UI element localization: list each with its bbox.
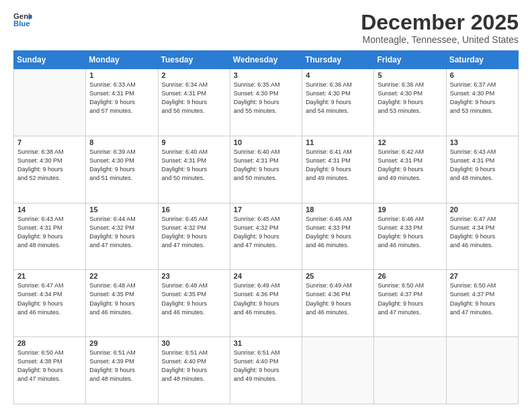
calendar-week-3: 14Sunrise: 6:43 AMSunset: 4:31 PMDayligh… <box>14 203 519 270</box>
day-number: 22 <box>89 272 154 280</box>
day-number: 7 <box>17 138 82 146</box>
calendar-week-4: 21Sunrise: 6:47 AMSunset: 4:34 PMDayligh… <box>14 270 519 337</box>
day-number: 9 <box>162 138 226 146</box>
day-info: Sunrise: 6:48 AMSunset: 4:35 PMDaylight:… <box>89 281 154 316</box>
day-number: 15 <box>89 205 154 214</box>
calendar-cell: 7Sunrise: 6:38 AMSunset: 4:30 PMDaylight… <box>14 136 86 203</box>
day-info: Sunrise: 6:47 AMSunset: 4:34 PMDaylight:… <box>17 281 82 316</box>
calendar-week-1: 1Sunrise: 6:33 AMSunset: 4:31 PMDaylight… <box>14 69 519 136</box>
day-number: 26 <box>378 272 442 280</box>
weekday-header-wednesday: Wednesday <box>230 51 302 69</box>
calendar-cell: 1Sunrise: 6:33 AMSunset: 4:31 PMDaylight… <box>86 69 158 136</box>
day-number: 2 <box>162 71 226 79</box>
day-number: 12 <box>378 138 442 146</box>
calendar-cell: 30Sunrise: 6:51 AMSunset: 4:40 PMDayligh… <box>158 337 230 404</box>
calendar-cell: 26Sunrise: 6:50 AMSunset: 4:37 PMDayligh… <box>374 270 446 337</box>
day-info: Sunrise: 6:45 AMSunset: 4:32 PMDaylight:… <box>234 215 298 250</box>
weekday-header-tuesday: Tuesday <box>158 51 230 69</box>
calendar-cell: 4Sunrise: 6:36 AMSunset: 4:30 PMDaylight… <box>302 69 374 136</box>
day-info: Sunrise: 6:41 AMSunset: 4:31 PMDaylight:… <box>306 148 370 183</box>
day-number: 8 <box>89 138 154 146</box>
day-number: 4 <box>306 71 370 79</box>
day-number: 1 <box>89 71 154 79</box>
day-info: Sunrise: 6:49 AMSunset: 4:36 PMDaylight:… <box>234 281 298 316</box>
calendar-cell: 28Sunrise: 6:50 AMSunset: 4:38 PMDayligh… <box>14 337 86 404</box>
day-info: Sunrise: 6:46 AMSunset: 4:33 PMDaylight:… <box>306 215 370 250</box>
calendar-cell <box>446 337 518 404</box>
calendar-cell: 20Sunrise: 6:47 AMSunset: 4:34 PMDayligh… <box>446 203 518 270</box>
day-info: Sunrise: 6:36 AMSunset: 4:30 PMDaylight:… <box>306 81 370 116</box>
day-info: Sunrise: 6:40 AMSunset: 4:31 PMDaylight:… <box>234 148 298 183</box>
day-info: Sunrise: 6:51 AMSunset: 4:40 PMDaylight:… <box>162 349 226 383</box>
day-info: Sunrise: 6:40 AMSunset: 4:31 PMDaylight:… <box>162 148 226 183</box>
day-number: 29 <box>89 339 154 347</box>
day-info: Sunrise: 6:49 AMSunset: 4:36 PMDaylight:… <box>306 281 370 316</box>
day-info: Sunrise: 6:50 AMSunset: 4:38 PMDaylight:… <box>17 349 82 383</box>
weekday-header-row: SundayMondayTuesdayWednesdayThursdayFrid… <box>14 51 519 69</box>
calendar-cell: 22Sunrise: 6:48 AMSunset: 4:35 PMDayligh… <box>86 270 158 337</box>
main-title: December 2025 <box>361 11 519 34</box>
day-info: Sunrise: 6:39 AMSunset: 4:30 PMDaylight:… <box>89 148 154 183</box>
calendar-week-2: 7Sunrise: 6:38 AMSunset: 4:30 PMDaylight… <box>14 136 519 203</box>
day-info: Sunrise: 6:37 AMSunset: 4:30 PMDaylight:… <box>450 81 515 116</box>
day-info: Sunrise: 6:51 AMSunset: 4:40 PMDaylight:… <box>234 349 298 383</box>
calendar-cell: 25Sunrise: 6:49 AMSunset: 4:36 PMDayligh… <box>302 270 374 337</box>
calendar-cell: 16Sunrise: 6:45 AMSunset: 4:32 PMDayligh… <box>158 203 230 270</box>
title-area: December 2025 Monteagle, Tennessee, Unit… <box>361 11 519 45</box>
day-number: 21 <box>17 272 82 280</box>
calendar-cell: 13Sunrise: 6:43 AMSunset: 4:31 PMDayligh… <box>446 136 518 203</box>
calendar-cell: 27Sunrise: 6:50 AMSunset: 4:37 PMDayligh… <box>446 270 518 337</box>
day-info: Sunrise: 6:38 AMSunset: 4:30 PMDaylight:… <box>17 148 82 183</box>
logo: General Blue <box>13 11 32 30</box>
day-number: 31 <box>234 339 298 347</box>
day-number: 16 <box>162 205 226 214</box>
day-number: 3 <box>234 71 298 79</box>
svg-text:Blue: Blue <box>13 19 30 28</box>
weekday-header-friday: Friday <box>374 51 446 69</box>
day-number: 20 <box>450 205 515 214</box>
day-info: Sunrise: 6:44 AMSunset: 4:32 PMDaylight:… <box>89 215 154 250</box>
day-number: 28 <box>17 339 82 347</box>
calendar-cell: 9Sunrise: 6:40 AMSunset: 4:31 PMDaylight… <box>158 136 230 203</box>
calendar-cell: 21Sunrise: 6:47 AMSunset: 4:34 PMDayligh… <box>14 270 86 337</box>
calendar-cell <box>302 337 374 404</box>
day-info: Sunrise: 6:34 AMSunset: 4:31 PMDaylight:… <box>162 81 226 116</box>
day-number: 11 <box>306 138 370 146</box>
weekday-header-thursday: Thursday <box>302 51 374 69</box>
day-number: 10 <box>234 138 298 146</box>
weekday-header-sunday: Sunday <box>14 51 86 69</box>
day-number: 6 <box>450 71 515 79</box>
calendar-cell: 15Sunrise: 6:44 AMSunset: 4:32 PMDayligh… <box>86 203 158 270</box>
calendar-cell <box>374 337 446 404</box>
day-number: 5 <box>378 71 442 79</box>
day-number: 25 <box>306 272 370 280</box>
day-info: Sunrise: 6:51 AMSunset: 4:39 PMDaylight:… <box>89 349 154 383</box>
day-info: Sunrise: 6:48 AMSunset: 4:35 PMDaylight:… <box>162 281 226 316</box>
day-info: Sunrise: 6:47 AMSunset: 4:34 PMDaylight:… <box>450 215 515 250</box>
day-number: 24 <box>234 272 298 280</box>
page: General Blue December 2025 Monteagle, Te… <box>0 0 532 411</box>
calendar-cell: 11Sunrise: 6:41 AMSunset: 4:31 PMDayligh… <box>302 136 374 203</box>
day-info: Sunrise: 6:35 AMSunset: 4:30 PMDaylight:… <box>234 81 298 116</box>
calendar-cell: 31Sunrise: 6:51 AMSunset: 4:40 PMDayligh… <box>230 337 302 404</box>
calendar-cell: 18Sunrise: 6:46 AMSunset: 4:33 PMDayligh… <box>302 203 374 270</box>
day-number: 18 <box>306 205 370 214</box>
calendar-table: SundayMondayTuesdayWednesdayThursdayFrid… <box>13 50 519 404</box>
weekday-header-monday: Monday <box>86 51 158 69</box>
day-number: 13 <box>450 138 515 146</box>
day-number: 27 <box>450 272 515 280</box>
calendar-week-5: 28Sunrise: 6:50 AMSunset: 4:38 PMDayligh… <box>14 337 519 404</box>
calendar-cell: 8Sunrise: 6:39 AMSunset: 4:30 PMDaylight… <box>86 136 158 203</box>
day-number: 30 <box>162 339 226 347</box>
calendar-cell: 24Sunrise: 6:49 AMSunset: 4:36 PMDayligh… <box>230 270 302 337</box>
day-number: 14 <box>17 205 82 214</box>
day-number: 19 <box>378 205 442 214</box>
calendar-cell: 2Sunrise: 6:34 AMSunset: 4:31 PMDaylight… <box>158 69 230 136</box>
calendar-cell: 14Sunrise: 6:43 AMSunset: 4:31 PMDayligh… <box>14 203 86 270</box>
calendar-cell: 19Sunrise: 6:46 AMSunset: 4:33 PMDayligh… <box>374 203 446 270</box>
calendar-cell: 29Sunrise: 6:51 AMSunset: 4:39 PMDayligh… <box>86 337 158 404</box>
day-info: Sunrise: 6:36 AMSunset: 4:30 PMDaylight:… <box>378 81 442 116</box>
calendar-cell: 10Sunrise: 6:40 AMSunset: 4:31 PMDayligh… <box>230 136 302 203</box>
day-number: 17 <box>234 205 298 214</box>
day-number: 23 <box>162 272 226 280</box>
